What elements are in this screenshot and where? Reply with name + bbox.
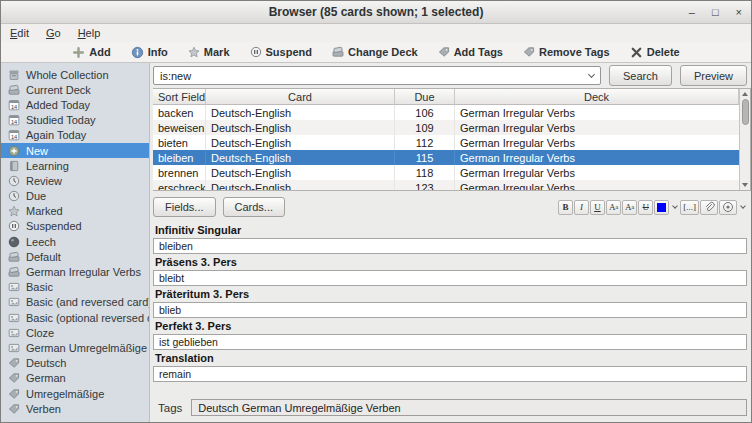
sidebar-item-review[interactable]: Review	[1, 173, 149, 188]
sidebar-item-whole-collection[interactable]: Whole Collection	[1, 67, 149, 82]
toolbar-add-button[interactable]: Add	[66, 45, 116, 60]
sidebar: Whole CollectionCurrent Deck14Added Toda…	[1, 63, 150, 422]
field-list: Infinitiv SingularbleibenPräsens 3. Pers…	[153, 222, 747, 382]
menu-help[interactable]: Help	[78, 27, 101, 39]
table-row-brennen[interactable]: brennenDeutsch-English118German Irregula…	[153, 165, 739, 180]
chevron-down-icon	[740, 203, 746, 209]
sidebar-item-learning[interactable]: Learning	[1, 158, 149, 173]
info-icon	[131, 46, 144, 59]
sidebar-item-suspended[interactable]: Suspended	[1, 219, 149, 234]
sidebar-item-default[interactable]: Default	[1, 249, 149, 264]
sidebar-item-current-deck[interactable]: Current Deck	[1, 82, 149, 97]
column-header-due[interactable]: Due	[395, 89, 455, 105]
table-body: backenDeutsch-English106German Irregular…	[153, 105, 739, 190]
search-button[interactable]: Search	[609, 65, 672, 86]
leech-icon	[8, 236, 20, 248]
menu-bar: EditGoHelp	[1, 24, 751, 42]
sidebar-item-basic-optional-reversed-card[interactable]: Basic (optional reversed card)	[1, 310, 149, 325]
table-scrollbar[interactable]	[739, 89, 750, 190]
toolbar-remove-tags-button[interactable]: Remove Tags	[517, 45, 616, 59]
field-input-präteritum-3-pers[interactable]: blieb	[153, 302, 747, 318]
sidebar-item-german[interactable]: German	[1, 371, 149, 386]
sidebar-item-new[interactable]: New	[1, 143, 149, 158]
field-label: Präteritum 3. Pers	[153, 286, 747, 302]
sidebar-item-leech[interactable]: Leech	[1, 234, 149, 249]
more-dropdown-button[interactable]	[738, 200, 747, 215]
search-input[interactable]: is:new	[153, 66, 601, 85]
field-input-infinitiv-singular[interactable]: bleiben	[153, 238, 747, 254]
card-table-grid: Sort FieldCardDueDeck backenDeutsch-Engl…	[153, 89, 739, 190]
column-header-sort-field[interactable]: Sort Field	[153, 89, 206, 105]
sidebar-item-verben[interactable]: Verben	[1, 401, 149, 416]
close-button[interactable]: ×	[736, 7, 742, 18]
italic-button[interactable]: I	[574, 200, 589, 215]
text-color-button[interactable]	[654, 200, 669, 215]
sidebar-item-basic[interactable]: Basic	[1, 280, 149, 295]
chevron-down-icon[interactable]	[588, 70, 595, 77]
svg-text:14: 14	[11, 104, 17, 110]
table-row-beweisen[interactable]: beweisenDeutsch-English109German Irregul…	[153, 120, 739, 135]
sidebar-item-again-today[interactable]: 14Again Today	[1, 128, 149, 143]
remove-formatting-button[interactable]: U	[638, 200, 653, 215]
field-input-translation[interactable]: remain	[153, 366, 747, 382]
column-header-deck[interactable]: Deck	[455, 89, 739, 105]
toolbar-delete-button[interactable]: Delete	[624, 45, 686, 60]
tag-icon	[8, 388, 20, 400]
sidebar-item-german-irregular-verbs[interactable]: German Irregular Verbs	[1, 264, 149, 279]
sidebar-item-umregelmäßige[interactable]: Umregelmäßige	[1, 386, 149, 401]
scrollbar-thumb[interactable]	[742, 99, 749, 125]
sidebar-item-marked[interactable]: Marked	[1, 204, 149, 219]
deck-icon	[332, 46, 344, 58]
field-input-perfekt-3-pers[interactable]: ist geblieben	[153, 334, 747, 350]
minimize-button[interactable]: –	[689, 7, 695, 18]
tags-input[interactable]: Deutsch German Umregelmäßige Verben	[191, 399, 747, 416]
toolbar-change-deck-button[interactable]: Change Deck	[326, 45, 424, 59]
toolbar-suspend-button[interactable]: Suspend	[244, 45, 318, 59]
menu-edit[interactable]: Edit	[10, 27, 29, 39]
scroll-down-icon[interactable]	[742, 183, 748, 187]
color-dropdown-button[interactable]	[670, 200, 679, 215]
menu-go[interactable]: Go	[46, 27, 61, 39]
sidebar-item-studied-today[interactable]: 14Studied Today	[1, 113, 149, 128]
star-icon	[8, 205, 20, 217]
deck-icon	[8, 84, 20, 96]
underline-button[interactable]: U	[590, 200, 605, 215]
bold-button[interactable]: B	[558, 200, 573, 215]
table-row-bleiben[interactable]: bleibenDeutsch-English115German Irregula…	[153, 150, 739, 165]
format-toolbar: BIUAaAaU[...]	[558, 200, 747, 215]
tag-icon	[8, 403, 20, 415]
svg-text:14: 14	[11, 134, 17, 140]
sidebar-item-german-umregelmäßige-ver[interactable]: German Umregelmäßige Ver...	[1, 340, 149, 355]
sidebar-item-deutsch[interactable]: Deutsch	[1, 356, 149, 371]
title-bar: Browser (85 cards shown; 1 selected) –□×	[1, 1, 751, 24]
attach-button[interactable]	[700, 200, 718, 215]
superscript-button[interactable]: Aa	[606, 200, 621, 215]
column-header-card[interactable]: Card	[206, 89, 395, 105]
maximize-button[interactable]: □	[712, 7, 719, 18]
browser-window: Browser (85 cards shown; 1 selected) –□×…	[0, 0, 752, 423]
delete-icon	[630, 46, 643, 59]
fields-button[interactable]: Fields...	[153, 197, 216, 217]
record-audio-button[interactable]	[719, 200, 737, 215]
main-toolbar: AddInfoMarkSuspendChange DeckAdd TagsRem…	[1, 42, 751, 63]
subscript-button[interactable]: Aa	[622, 200, 637, 215]
window-body: Whole CollectionCurrent Deck14Added Toda…	[1, 63, 751, 422]
table-row-erschrecken[interactable]: erschreckenDeutsch-English123German Irre…	[153, 180, 739, 190]
tags-row: Tags Deutsch German Umregelmäßige Verben	[153, 397, 747, 417]
sidebar-item-cloze[interactable]: Cloze	[1, 325, 149, 340]
table-row-bieten[interactable]: bietenDeutsch-English112German Irregular…	[153, 135, 739, 150]
cards-button[interactable]: Cards...	[223, 197, 286, 217]
preview-button[interactable]: Preview	[680, 65, 747, 86]
toolbar-info-button[interactable]: Info	[125, 45, 174, 60]
sidebar-item-basic-and-reversed-card[interactable]: Basic (and reversed card)	[1, 295, 149, 310]
cloze-button[interactable]: [...]	[680, 200, 699, 215]
field-label: Präsens 3. Pers	[153, 254, 747, 270]
window-controls: –□×	[689, 1, 742, 23]
toolbar-mark-button[interactable]: Mark	[182, 45, 236, 59]
field-input-präsens-3-pers[interactable]: bleibt	[153, 270, 747, 286]
toolbar-add-tags-button[interactable]: Add Tags	[432, 45, 509, 59]
sidebar-item-added-today[interactable]: 14Added Today	[1, 97, 149, 112]
sidebar-item-due[interactable]: Due	[1, 189, 149, 204]
scroll-up-icon[interactable]	[742, 92, 748, 96]
table-row-backen[interactable]: backenDeutsch-English106German Irregular…	[153, 105, 739, 120]
